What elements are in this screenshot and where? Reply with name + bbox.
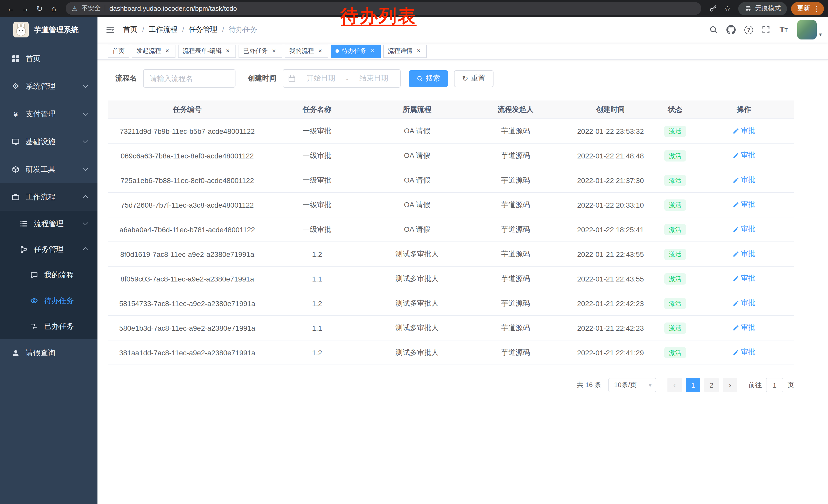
- close-icon[interactable]: ×: [415, 47, 422, 55]
- tab-process-detail[interactable]: 流程详情 ×: [383, 44, 427, 58]
- approve-link[interactable]: 审批: [732, 299, 755, 308]
- close-icon[interactable]: ×: [271, 47, 278, 55]
- user-menu[interactable]: ▾: [797, 20, 822, 40]
- process-cell: OA 请假: [367, 126, 467, 136]
- page-size-select[interactable]: 10条/页 ▾: [609, 378, 656, 392]
- tab-label: 流程表单-编辑: [182, 47, 222, 55]
- table-row: 73211d9d-7b9b-11ec-b5b7-acde48001122一级审批…: [108, 119, 794, 144]
- close-icon[interactable]: ×: [224, 47, 232, 55]
- reset-button[interactable]: ↻ 重置: [454, 70, 493, 87]
- approve-link[interactable]: 审批: [732, 225, 755, 234]
- tab-my-process[interactable]: 我的流程 ×: [285, 44, 328, 58]
- created-time-cell: 2022-01-22 18:25:41: [564, 225, 657, 234]
- logo[interactable]: 芋道管理系统: [0, 17, 97, 43]
- sidebar-item-system[interactable]: ⚙ 系统管理: [0, 72, 97, 100]
- chevron-down-icon: [83, 138, 88, 143]
- approve-link[interactable]: 审批: [732, 176, 755, 185]
- date-range-picker[interactable]: 开始日期 - 结束日期: [283, 69, 401, 88]
- reload-icon[interactable]: ↻: [33, 2, 46, 15]
- process-cell: 测试多审批人: [367, 299, 467, 308]
- action-cell: 审批: [694, 200, 794, 210]
- approve-link[interactable]: 审批: [732, 274, 755, 283]
- tab-todo-tasks[interactable]: 待办任务 ×: [331, 44, 381, 58]
- forward-icon[interactable]: →: [18, 2, 32, 15]
- action-cell: 审批: [694, 249, 794, 259]
- prev-page-button[interactable]: ‹: [667, 378, 682, 392]
- tab-home[interactable]: 首页: [108, 44, 129, 58]
- initiator-cell: 芋道源码: [467, 348, 564, 357]
- edit-icon: [732, 201, 739, 208]
- chevron-down-icon: [83, 220, 88, 225]
- sidebar-item-todo-tasks[interactable]: 待办任务: [0, 288, 97, 313]
- approve-link[interactable]: 审批: [732, 200, 755, 210]
- breadcrumb-item[interactable]: 首页: [123, 25, 137, 34]
- active-dot: [335, 49, 339, 53]
- process-name-input[interactable]: [143, 69, 236, 88]
- top-navbar: 首页 / 工作流程 / 任务管理 / 待办任务 ?: [97, 17, 828, 43]
- goto-page-input[interactable]: [766, 378, 783, 392]
- fullscreen-icon[interactable]: [758, 22, 774, 37]
- process-cell: 测试多审批人: [367, 348, 467, 357]
- page-size-value: 10条/页: [614, 380, 637, 390]
- back-icon[interactable]: ←: [4, 2, 17, 15]
- close-icon[interactable]: ×: [164, 47, 171, 55]
- address-bar[interactable]: ⚠ 不安全 dashboard.yudao.iocoder.cn/bpm/tas…: [66, 2, 701, 15]
- tab-form-edit[interactable]: 流程表单-编辑 ×: [178, 44, 236, 58]
- search-icon[interactable]: [706, 22, 721, 37]
- table-row: 58154733-7ac8-11ec-a9e2-a2380e71991a1.2测…: [108, 291, 794, 316]
- action-cell: 审批: [694, 348, 794, 357]
- approve-link[interactable]: 审批: [732, 348, 755, 357]
- approve-label: 审批: [741, 274, 755, 283]
- close-icon[interactable]: ×: [317, 47, 324, 55]
- process-cell: OA 请假: [367, 151, 467, 160]
- page-button-2[interactable]: 2: [704, 378, 719, 392]
- created-time-cell: 2022-01-21 22:42:23: [564, 324, 657, 332]
- approve-label: 审批: [741, 249, 755, 259]
- initiator-cell: 芋道源码: [467, 200, 564, 210]
- home-icon[interactable]: ⌂: [47, 2, 60, 15]
- sidebar-item-home[interactable]: 首页: [0, 45, 97, 72]
- sidebar-item-payment[interactable]: ¥ 支付管理: [0, 100, 97, 128]
- table-row: 580e1b3d-7ac8-11ec-a9e2-a2380e71991a1.1测…: [108, 316, 794, 340]
- search-button-label: 搜索: [426, 74, 440, 83]
- task-name-cell: 1.2: [267, 250, 367, 258]
- github-icon[interactable]: [723, 22, 739, 37]
- sidebar-item-workflow[interactable]: 工作流程: [0, 183, 97, 211]
- sidebar-item-task-management[interactable]: 任务管理: [0, 236, 97, 262]
- process-cell: 测试多审批人: [367, 249, 467, 259]
- sidebar-item-devtools[interactable]: 研发工具: [0, 155, 97, 183]
- page-button-1[interactable]: 1: [686, 378, 700, 392]
- status-cell: 激活: [657, 199, 694, 211]
- star-icon[interactable]: ☆: [721, 2, 734, 15]
- url-text: dashboard.yudao.iocoder.cn/bpm/task/todo: [110, 5, 237, 12]
- sidebar-item-done-tasks[interactable]: 已办任务: [0, 313, 97, 339]
- next-page-button[interactable]: ›: [723, 378, 737, 392]
- breadcrumb-item[interactable]: 任务管理: [189, 25, 217, 34]
- breadcrumb-current: 待办任务: [229, 25, 257, 34]
- sidebar-item-my-process[interactable]: 我的流程: [0, 262, 97, 288]
- sidebar-item-process-management[interactable]: 流程管理: [0, 211, 97, 236]
- help-icon[interactable]: ?: [741, 22, 756, 37]
- menu-dots-icon[interactable]: ⋮: [813, 4, 821, 12]
- hamburger-icon[interactable]: [97, 25, 123, 35]
- approve-link[interactable]: 审批: [732, 249, 755, 259]
- sidebar-item-leave-query[interactable]: 请假查询: [0, 339, 97, 367]
- approve-link[interactable]: 审批: [732, 323, 755, 332]
- table-row: 75d72608-7b7f-11ec-a3c8-acde48001122一级审批…: [108, 193, 794, 217]
- close-icon[interactable]: ×: [369, 47, 376, 55]
- update-button[interactable]: 更新 ⋮: [791, 2, 824, 15]
- gear-icon: ⚙: [11, 82, 20, 91]
- tab-start-process[interactable]: 发起流程 ×: [132, 44, 175, 58]
- font-size-icon[interactable]: TT: [776, 22, 791, 37]
- search-button[interactable]: 搜索: [409, 70, 448, 87]
- key-icon[interactable]: [706, 2, 720, 15]
- approve-link[interactable]: 审批: [732, 151, 755, 160]
- table-row: 725a1eb6-7b88-11ec-8ef0-acde48001122一级审批…: [108, 168, 794, 193]
- breadcrumb-item[interactable]: 工作流程: [149, 25, 177, 34]
- tab-label: 已办任务: [243, 47, 268, 55]
- approve-label: 审批: [741, 126, 755, 136]
- tab-done-tasks[interactable]: 已办任务 ×: [239, 44, 282, 58]
- menu-label: 工作流程: [26, 192, 55, 202]
- approve-link[interactable]: 审批: [732, 126, 755, 136]
- sidebar-item-infrastructure[interactable]: 基础设施: [0, 128, 97, 155]
